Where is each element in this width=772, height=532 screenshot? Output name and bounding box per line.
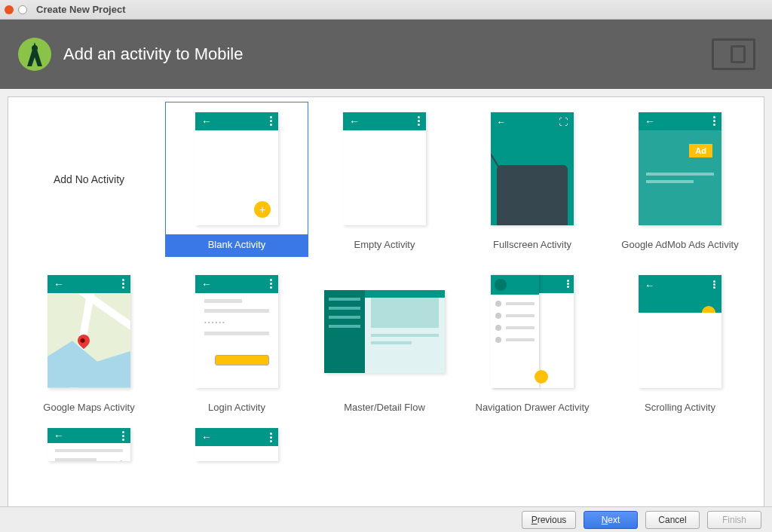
overflow-icon (122, 431, 124, 441)
template-label: Scrolling Activity (609, 397, 751, 419)
fab-add-icon: + (254, 201, 271, 218)
next-button[interactable]: Next (584, 511, 638, 529)
overflow-icon (713, 280, 715, 289)
overflow-icon (713, 116, 715, 126)
previous-button[interactable]: Previous (522, 511, 576, 529)
template-card-navigation-drawer-activity[interactable]: Navigation Drawer Activity (461, 264, 604, 420)
back-arrow-icon: ← (201, 432, 212, 442)
template-label: Navigation Drawer Activity (461, 397, 603, 419)
template-card-scrolling-activity[interactable]: ← Scrolling Activity (608, 264, 752, 420)
back-arrow-icon: ← (201, 279, 212, 289)
template-label: Add No Activity (54, 173, 124, 185)
finish-button: Finish (707, 511, 761, 529)
template-label: Google AdMob Ads Activity (609, 234, 751, 256)
template-card-login-activity[interactable]: ← •••••• Login Activity (165, 264, 308, 420)
checkbox-icon: ✔ (115, 458, 123, 461)
template-card-master-detail-flow[interactable]: Master/Detail Flow (313, 264, 456, 420)
template-card-blank-activity[interactable]: ← + Blank Activity (165, 102, 308, 257)
template-label: Master/Detail Flow (314, 397, 455, 419)
login-submit-icon (215, 355, 269, 365)
overflow-icon (418, 116, 420, 126)
back-arrow-icon: ← (201, 116, 212, 127)
window-minimize-icon[interactable] (18, 5, 27, 14)
form-factor-icon (712, 38, 755, 70)
overflow-icon (567, 279, 569, 289)
template-card-add-no-activity[interactable]: Add No Activity (17, 102, 161, 257)
android-studio-logo-icon (17, 36, 53, 72)
template-card-google-maps-activity[interactable]: ← Google Maps Activity (17, 264, 161, 420)
overflow-icon (270, 279, 272, 289)
template-card-empty-activity[interactable]: ← Empty Activity (313, 102, 456, 257)
overflow-icon (270, 433, 272, 442)
back-arrow-icon: ← (54, 279, 64, 289)
fab-add-icon (535, 370, 548, 384)
header-title: Add an activity to Mobile (63, 44, 243, 64)
template-card-google-admob-ads-activity[interactable]: ← Ad Google AdMob Ads Activity (608, 102, 752, 257)
avatar-icon (495, 279, 507, 291)
template-label: Blank Activity (166, 234, 308, 256)
template-label: Empty Activity (314, 234, 455, 256)
ad-badge: Ad (689, 144, 712, 157)
template-card-settings-partial[interactable]: ← ✔ (17, 427, 161, 466)
template-label: Google Maps Activity (18, 397, 160, 419)
template-card-tabbed-partial[interactable]: ← (165, 427, 308, 466)
template-label: Fullscreen Activity (461, 234, 603, 256)
window-titlebar: Create New Project (0, 0, 772, 20)
window-close-icon[interactable] (5, 5, 14, 14)
cancel-button[interactable]: Cancel (645, 511, 700, 529)
overflow-icon (122, 279, 124, 289)
back-arrow-icon: ← (349, 116, 360, 127)
wizard-header: Add an activity to Mobile (0, 20, 772, 89)
svg-point-1 (32, 45, 38, 51)
wizard-footer: Previous Next Cancel Finish (0, 506, 772, 532)
template-label: Login Activity (166, 397, 308, 419)
overflow-icon (270, 116, 272, 126)
template-card-fullscreen-activity[interactable]: ← ⛶ Fullscreen Activity (461, 102, 604, 257)
template-gallery: Add No Activity ← + Blank Activity ← Emp… (8, 96, 764, 507)
back-arrow-icon: ← (645, 280, 654, 291)
back-arrow-icon: ← (645, 116, 655, 127)
window-title: Create New Project (36, 4, 126, 15)
back-arrow-icon: ← (54, 430, 64, 441)
